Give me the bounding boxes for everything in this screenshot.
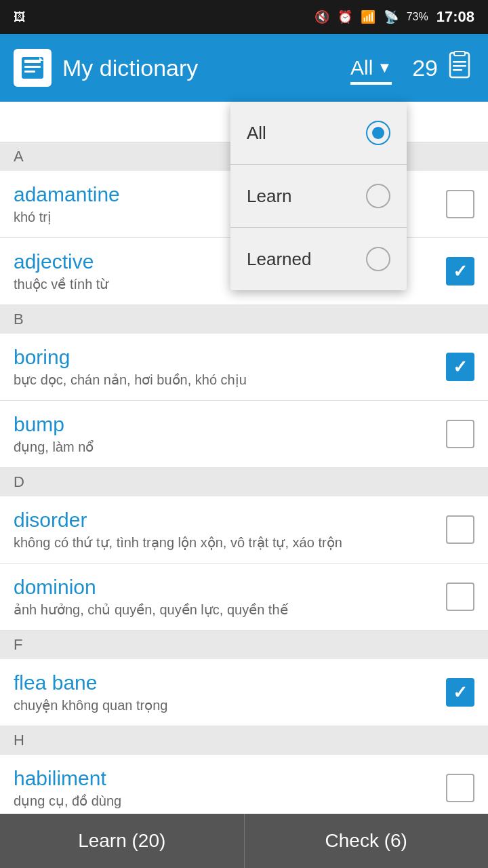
filter-learn-label: Learn [247, 186, 292, 207]
filter-all-radio[interactable] [366, 121, 390, 145]
filter-learn-option[interactable]: Learn [230, 165, 407, 228]
filter-learned-radio[interactable] [366, 247, 390, 271]
radio-selected-dot [372, 127, 384, 139]
filter-learned-option[interactable]: Learned [230, 228, 407, 290]
filter-dropdown: All Learn Learned [230, 102, 407, 290]
filter-all-label: All [247, 123, 266, 144]
dropdown-overlay[interactable]: All Learn Learned [0, 0, 488, 868]
filter-all-option[interactable]: All [230, 102, 407, 165]
filter-learn-radio[interactable] [366, 184, 390, 208]
filter-learned-label: Learned [247, 249, 311, 270]
